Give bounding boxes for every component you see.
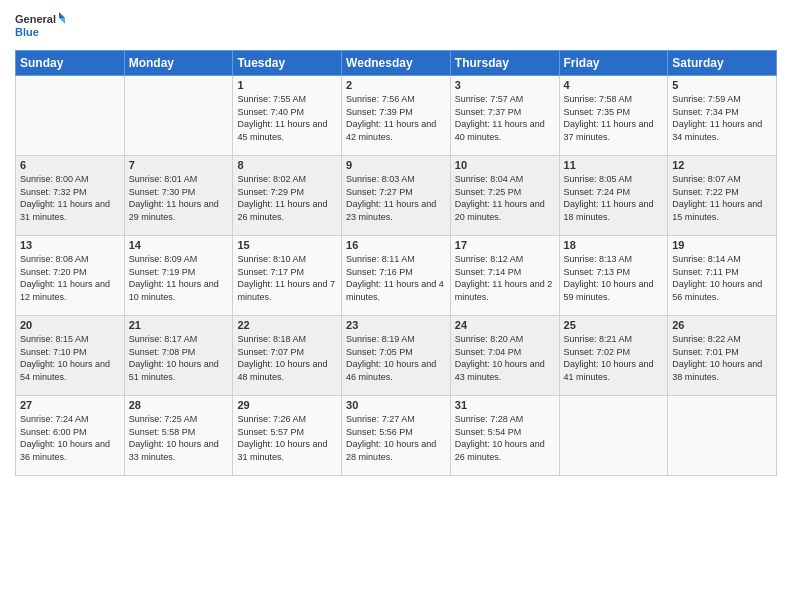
day-info: Sunrise: 8:04 AM Sunset: 7:25 PM Dayligh… — [455, 173, 555, 223]
day-number: 6 — [20, 159, 120, 171]
day-info: Sunrise: 7:55 AM Sunset: 7:40 PM Dayligh… — [237, 93, 337, 143]
day-info: Sunrise: 8:22 AM Sunset: 7:01 PM Dayligh… — [672, 333, 772, 383]
day-number: 9 — [346, 159, 446, 171]
calendar-cell: 10 Sunrise: 8:04 AM Sunset: 7:25 PM Dayl… — [450, 156, 559, 236]
calendar-cell: 24 Sunrise: 8:20 AM Sunset: 7:04 PM Dayl… — [450, 316, 559, 396]
day-info: Sunrise: 8:03 AM Sunset: 7:27 PM Dayligh… — [346, 173, 446, 223]
svg-marker-2 — [59, 12, 65, 18]
calendar-cell: 18 Sunrise: 8:13 AM Sunset: 7:13 PM Dayl… — [559, 236, 668, 316]
calendar-week-row: 6 Sunrise: 8:00 AM Sunset: 7:32 PM Dayli… — [16, 156, 777, 236]
day-number: 30 — [346, 399, 446, 411]
calendar-cell: 27 Sunrise: 7:24 AM Sunset: 6:00 PM Dayl… — [16, 396, 125, 476]
day-info: Sunrise: 8:00 AM Sunset: 7:32 PM Dayligh… — [20, 173, 120, 223]
day-info: Sunrise: 8:13 AM Sunset: 7:13 PM Dayligh… — [564, 253, 664, 303]
day-number: 20 — [20, 319, 120, 331]
calendar-week-row: 27 Sunrise: 7:24 AM Sunset: 6:00 PM Dayl… — [16, 396, 777, 476]
weekday-header-sunday: Sunday — [16, 51, 125, 76]
logo-icon: General Blue — [15, 10, 65, 42]
day-info: Sunrise: 8:08 AM Sunset: 7:20 PM Dayligh… — [20, 253, 120, 303]
calendar-cell: 9 Sunrise: 8:03 AM Sunset: 7:27 PM Dayli… — [342, 156, 451, 236]
calendar-cell: 12 Sunrise: 8:07 AM Sunset: 7:22 PM Dayl… — [668, 156, 777, 236]
svg-text:General: General — [15, 13, 56, 25]
day-number: 2 — [346, 79, 446, 91]
weekday-header-row: SundayMondayTuesdayWednesdayThursdayFrid… — [16, 51, 777, 76]
day-number: 23 — [346, 319, 446, 331]
weekday-header-tuesday: Tuesday — [233, 51, 342, 76]
day-info: Sunrise: 7:57 AM Sunset: 7:37 PM Dayligh… — [455, 93, 555, 143]
day-info: Sunrise: 7:25 AM Sunset: 5:58 PM Dayligh… — [129, 413, 229, 463]
calendar-cell — [559, 396, 668, 476]
day-number: 7 — [129, 159, 229, 171]
day-info: Sunrise: 8:20 AM Sunset: 7:04 PM Dayligh… — [455, 333, 555, 383]
weekday-header-friday: Friday — [559, 51, 668, 76]
day-info: Sunrise: 8:05 AM Sunset: 7:24 PM Dayligh… — [564, 173, 664, 223]
calendar-cell: 30 Sunrise: 7:27 AM Sunset: 5:56 PM Dayl… — [342, 396, 451, 476]
day-number: 21 — [129, 319, 229, 331]
day-number: 11 — [564, 159, 664, 171]
header: General Blue — [15, 10, 777, 42]
day-info: Sunrise: 8:12 AM Sunset: 7:14 PM Dayligh… — [455, 253, 555, 303]
day-number: 3 — [455, 79, 555, 91]
day-info: Sunrise: 7:58 AM Sunset: 7:35 PM Dayligh… — [564, 93, 664, 143]
day-info: Sunrise: 8:11 AM Sunset: 7:16 PM Dayligh… — [346, 253, 446, 303]
day-number: 22 — [237, 319, 337, 331]
day-info: Sunrise: 8:18 AM Sunset: 7:07 PM Dayligh… — [237, 333, 337, 383]
calendar-cell: 20 Sunrise: 8:15 AM Sunset: 7:10 PM Dayl… — [16, 316, 125, 396]
day-info: Sunrise: 8:14 AM Sunset: 7:11 PM Dayligh… — [672, 253, 772, 303]
weekday-header-monday: Monday — [124, 51, 233, 76]
calendar-cell: 4 Sunrise: 7:58 AM Sunset: 7:35 PM Dayli… — [559, 76, 668, 156]
day-number: 26 — [672, 319, 772, 331]
calendar-cell: 6 Sunrise: 8:00 AM Sunset: 7:32 PM Dayli… — [16, 156, 125, 236]
calendar-cell: 26 Sunrise: 8:22 AM Sunset: 7:01 PM Dayl… — [668, 316, 777, 396]
calendar-cell: 13 Sunrise: 8:08 AM Sunset: 7:20 PM Dayl… — [16, 236, 125, 316]
calendar-cell: 7 Sunrise: 8:01 AM Sunset: 7:30 PM Dayli… — [124, 156, 233, 236]
weekday-header-saturday: Saturday — [668, 51, 777, 76]
day-info: Sunrise: 8:17 AM Sunset: 7:08 PM Dayligh… — [129, 333, 229, 383]
calendar-cell: 25 Sunrise: 8:21 AM Sunset: 7:02 PM Dayl… — [559, 316, 668, 396]
day-number: 17 — [455, 239, 555, 251]
calendar-cell: 1 Sunrise: 7:55 AM Sunset: 7:40 PM Dayli… — [233, 76, 342, 156]
calendar-cell: 31 Sunrise: 7:28 AM Sunset: 5:54 PM Dayl… — [450, 396, 559, 476]
day-number: 29 — [237, 399, 337, 411]
svg-marker-3 — [59, 18, 65, 24]
day-number: 14 — [129, 239, 229, 251]
day-number: 5 — [672, 79, 772, 91]
day-number: 15 — [237, 239, 337, 251]
calendar-cell: 28 Sunrise: 7:25 AM Sunset: 5:58 PM Dayl… — [124, 396, 233, 476]
day-info: Sunrise: 7:24 AM Sunset: 6:00 PM Dayligh… — [20, 413, 120, 463]
day-info: Sunrise: 7:59 AM Sunset: 7:34 PM Dayligh… — [672, 93, 772, 143]
day-number: 13 — [20, 239, 120, 251]
day-number: 19 — [672, 239, 772, 251]
day-number: 12 — [672, 159, 772, 171]
day-number: 31 — [455, 399, 555, 411]
day-info: Sunrise: 8:10 AM Sunset: 7:17 PM Dayligh… — [237, 253, 337, 303]
weekday-header-thursday: Thursday — [450, 51, 559, 76]
day-info: Sunrise: 8:09 AM Sunset: 7:19 PM Dayligh… — [129, 253, 229, 303]
weekday-header-wednesday: Wednesday — [342, 51, 451, 76]
day-number: 16 — [346, 239, 446, 251]
page: General Blue SundayMondayTuesdayWednesda… — [0, 0, 792, 612]
calendar-cell: 17 Sunrise: 8:12 AM Sunset: 7:14 PM Dayl… — [450, 236, 559, 316]
calendar-cell: 14 Sunrise: 8:09 AM Sunset: 7:19 PM Dayl… — [124, 236, 233, 316]
calendar-cell: 29 Sunrise: 7:26 AM Sunset: 5:57 PM Dayl… — [233, 396, 342, 476]
day-info: Sunrise: 8:07 AM Sunset: 7:22 PM Dayligh… — [672, 173, 772, 223]
day-number: 1 — [237, 79, 337, 91]
calendar-cell: 8 Sunrise: 8:02 AM Sunset: 7:29 PM Dayli… — [233, 156, 342, 236]
day-number: 28 — [129, 399, 229, 411]
day-number: 8 — [237, 159, 337, 171]
calendar-cell: 11 Sunrise: 8:05 AM Sunset: 7:24 PM Dayl… — [559, 156, 668, 236]
calendar-cell: 5 Sunrise: 7:59 AM Sunset: 7:34 PM Dayli… — [668, 76, 777, 156]
calendar-cell — [124, 76, 233, 156]
calendar-cell: 23 Sunrise: 8:19 AM Sunset: 7:05 PM Dayl… — [342, 316, 451, 396]
day-number: 24 — [455, 319, 555, 331]
calendar-cell: 3 Sunrise: 7:57 AM Sunset: 7:37 PM Dayli… — [450, 76, 559, 156]
day-info: Sunrise: 8:19 AM Sunset: 7:05 PM Dayligh… — [346, 333, 446, 383]
day-number: 27 — [20, 399, 120, 411]
day-number: 18 — [564, 239, 664, 251]
day-info: Sunrise: 7:26 AM Sunset: 5:57 PM Dayligh… — [237, 413, 337, 463]
day-info: Sunrise: 8:01 AM Sunset: 7:30 PM Dayligh… — [129, 173, 229, 223]
calendar-week-row: 20 Sunrise: 8:15 AM Sunset: 7:10 PM Dayl… — [16, 316, 777, 396]
calendar-cell: 2 Sunrise: 7:56 AM Sunset: 7:39 PM Dayli… — [342, 76, 451, 156]
day-number: 10 — [455, 159, 555, 171]
day-info: Sunrise: 7:56 AM Sunset: 7:39 PM Dayligh… — [346, 93, 446, 143]
